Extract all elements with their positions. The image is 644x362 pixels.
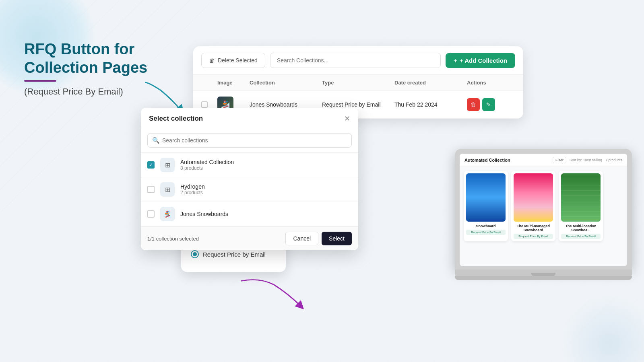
filter-button[interactable]: Filter — [553, 157, 566, 163]
modal-list: ⊞ Automated Collection 8 products ⊞ Hydr… — [141, 153, 358, 226]
edit-row-button[interactable]: ✎ — [482, 98, 495, 111]
delete-row-button[interactable]: 🗑 — [467, 98, 480, 111]
select-button[interactable]: Select — [322, 232, 352, 245]
item-info: Hydrogen 2 products — [180, 183, 352, 195]
product-img-2 — [514, 173, 553, 222]
item-info: Jones Snowboards — [180, 211, 352, 217]
row-actions: 🗑 ✎ — [467, 98, 515, 111]
product-rfq-2[interactable]: Request Price By Email — [514, 234, 553, 239]
collection-icon: ⊞ — [160, 182, 175, 197]
search-wrapper — [270, 53, 441, 68]
product-img-3 — [561, 173, 601, 222]
radio-label-email: Request Price by Email — [203, 251, 266, 258]
item-count: 8 products — [180, 165, 352, 171]
item-name: Jones Snowboards — [180, 211, 352, 217]
search-icon: 🔍 — [152, 137, 160, 144]
product-name-1: Snowboard — [466, 224, 506, 228]
checkbox-checked — [147, 161, 155, 169]
header-date: Date created — [394, 80, 467, 86]
product-rfq-1[interactable]: Request Price By Email — [466, 230, 506, 235]
add-collection-button[interactable]: + + Add Collection — [446, 53, 515, 68]
search-collections-input[interactable] — [270, 53, 441, 68]
table-toolbar: 🗑 Delete Selected + + Add Collection — [193, 46, 523, 75]
row-date: Thu Feb 22 2024 — [394, 101, 467, 108]
laptop-stand — [455, 276, 632, 280]
item-name: Hydrogen — [180, 183, 352, 190]
item-count: 2 products — [180, 190, 352, 195]
title-underline — [24, 80, 56, 82]
modal-close-button[interactable]: ✕ — [344, 114, 350, 123]
header-type: Type — [322, 80, 394, 86]
arrow-3 — [237, 274, 310, 314]
item-info: Automated Collection 8 products — [180, 159, 352, 171]
product-img-1 — [466, 173, 506, 222]
radio-option-email[interactable]: Request Price by Email — [191, 250, 276, 258]
item-name: Automated Collection — [180, 159, 352, 165]
sort-label: Sort by: — [570, 158, 582, 162]
product-card-2: The Multi-managed Snowboard Request Pric… — [511, 171, 555, 241]
radio-circle-email — [191, 250, 199, 258]
product-count: 7 products — [605, 158, 622, 162]
checkbox-partial — [147, 210, 155, 218]
laptop-outer: Automated Collection Filter Sort by: Bes… — [455, 149, 632, 269]
modal-footer: 1/1 collection selected Cancel Select — [141, 226, 358, 250]
list-item[interactable]: ⊞ Hydrogen 2 products — [141, 177, 358, 202]
laptop-base — [455, 269, 632, 276]
header-image: Image — [217, 80, 250, 86]
row-collection: Jones Snowboards — [250, 101, 322, 108]
row-type: Request Price by Email — [322, 101, 394, 108]
trash-icon: 🗑 — [209, 57, 215, 64]
laptop-section: Automated Collection Filter Sort by: Bes… — [455, 149, 632, 280]
selection-status: 1/1 collection selected — [147, 236, 199, 242]
product-name-3: The Multi-location Snowboa... — [561, 224, 601, 232]
delete-icon: 🗑 — [471, 101, 476, 108]
screen-title: Automated Collection — [464, 158, 510, 162]
list-item[interactable]: 🏂 Jones Snowboards — [141, 202, 358, 226]
collection-icon: 🏂 — [160, 207, 175, 221]
product-card-3: The Multi-location Snowboa... Request Pr… — [559, 171, 603, 241]
table-header: Image Collection Type Date created Actio… — [193, 75, 523, 91]
modal-search-container: 🔍 — [141, 128, 358, 153]
delete-selected-button[interactable]: 🗑 Delete Selected — [201, 53, 265, 68]
screen-products: Snowboard Request Price By Email The Mul… — [460, 167, 627, 245]
product-rfq-3[interactable]: Request Price By Email — [561, 234, 601, 239]
cancel-button[interactable]: Cancel — [285, 232, 318, 245]
header-checkbox — [201, 80, 217, 86]
modal-header: Select collection ✕ — [141, 108, 358, 128]
select-collection-modal: Select collection ✕ 🔍 ⊞ Automated Collec… — [141, 108, 358, 250]
header-actions: Actions — [467, 80, 515, 86]
screen-header: Automated Collection Filter Sort by: Bes… — [460, 154, 627, 167]
modal-title: Select collection — [149, 115, 203, 123]
sort-value: Best selling — [584, 158, 602, 162]
edit-icon: ✎ — [486, 101, 491, 108]
header-collection: Collection — [250, 80, 322, 86]
laptop-screen: Automated Collection Filter Sort by: Bes… — [460, 154, 627, 266]
modal-footer-buttons: Cancel Select — [285, 232, 352, 245]
sort-section: Sort by: Best selling — [570, 158, 602, 162]
list-item[interactable]: ⊞ Automated Collection 8 products — [141, 153, 358, 177]
plus-icon: + — [454, 57, 457, 64]
row-checkbox[interactable] — [201, 101, 208, 108]
modal-search-input[interactable] — [147, 133, 352, 148]
checkbox-unchecked — [147, 186, 155, 193]
collection-icon: ⊞ — [160, 158, 175, 172]
product-card-1: Snowboard Request Price By Email — [464, 171, 508, 241]
laptop-notch — [531, 273, 555, 276]
page-title: RFQ Button for Collection Pages — [24, 40, 177, 77]
product-name-2: The Multi-managed Snowboard — [514, 224, 553, 232]
